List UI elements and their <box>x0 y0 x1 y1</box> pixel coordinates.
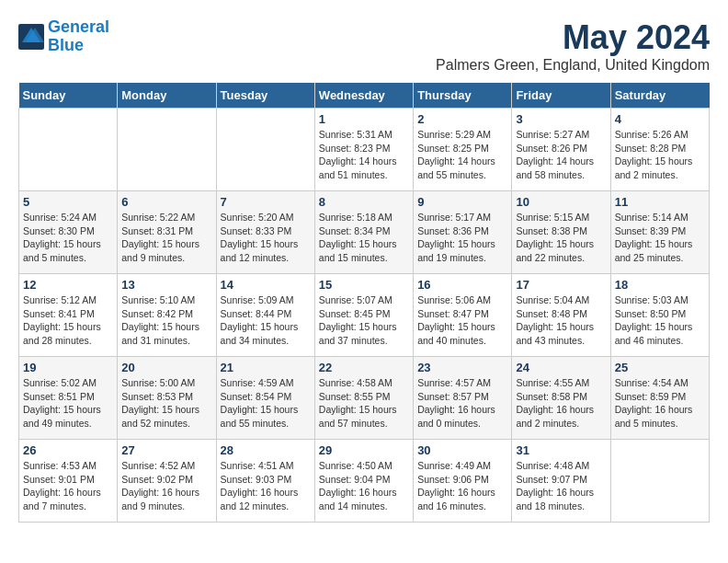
calendar-cell: 13Sunrise: 5:10 AM Sunset: 8:42 PM Dayli… <box>118 274 216 357</box>
day-info: Sunrise: 4:51 AM Sunset: 9:03 PM Dayligh… <box>221 459 311 513</box>
day-number: 29 <box>319 443 409 457</box>
day-header-tuesday: Tuesday <box>216 83 314 109</box>
day-number: 19 <box>23 361 113 374</box>
logo-line2: Blue <box>48 36 84 54</box>
day-number: 15 <box>319 278 409 292</box>
day-number: 11 <box>615 195 705 209</box>
calendar-cell: 7Sunrise: 5:20 AM Sunset: 8:33 PM Daylig… <box>216 191 314 274</box>
calendar-cell: 1Sunrise: 5:31 AM Sunset: 8:23 PM Daylig… <box>314 109 413 191</box>
week-row-2: 5Sunrise: 5:24 AM Sunset: 8:30 PM Daylig… <box>19 191 710 274</box>
logo-icon <box>18 24 44 50</box>
calendar-cell: 10Sunrise: 5:15 AM Sunset: 8:38 PM Dayli… <box>512 191 610 274</box>
day-info: Sunrise: 5:17 AM Sunset: 8:36 PM Dayligh… <box>417 211 507 265</box>
day-number: 13 <box>121 278 211 292</box>
day-header-friday: Friday <box>512 83 610 109</box>
day-info: Sunrise: 4:58 AM Sunset: 8:55 PM Dayligh… <box>319 376 409 431</box>
day-number: 7 <box>221 195 311 209</box>
day-info: Sunrise: 5:18 AM Sunset: 8:34 PM Dayligh… <box>319 211 409 265</box>
calendar-cell: 23Sunrise: 4:57 AM Sunset: 8:57 PM Dayli… <box>414 357 512 440</box>
title-area: May 2024 Palmers Green, England, United … <box>436 18 710 74</box>
location: Palmers Green, England, United Kingdom <box>436 57 710 74</box>
day-number: 12 <box>23 278 113 292</box>
week-row-5: 26Sunrise: 4:53 AM Sunset: 9:01 PM Dayli… <box>19 440 710 523</box>
logo-line1: General <box>48 17 109 36</box>
calendar-cell: 21Sunrise: 4:59 AM Sunset: 8:54 PM Dayli… <box>216 357 314 440</box>
day-info: Sunrise: 4:57 AM Sunset: 8:57 PM Dayligh… <box>417 376 507 431</box>
month-title: May 2024 <box>436 18 710 57</box>
day-info: Sunrise: 5:06 AM Sunset: 8:47 PM Dayligh… <box>417 293 507 348</box>
week-row-1: 1Sunrise: 5:31 AM Sunset: 8:23 PM Daylig… <box>19 109 710 191</box>
day-number: 2 <box>417 112 507 126</box>
calendar-cell: 12Sunrise: 5:12 AM Sunset: 8:41 PM Dayli… <box>19 274 118 357</box>
day-number: 1 <box>319 112 409 126</box>
day-number: 20 <box>121 361 211 374</box>
calendar-cell: 20Sunrise: 5:00 AM Sunset: 8:53 PM Dayli… <box>118 357 216 440</box>
day-header-wednesday: Wednesday <box>314 83 413 109</box>
calendar-cell: 30Sunrise: 4:49 AM Sunset: 9:06 PM Dayli… <box>414 440 512 523</box>
week-row-4: 19Sunrise: 5:02 AM Sunset: 8:51 PM Dayli… <box>19 357 710 440</box>
calendar-cell <box>610 440 709 523</box>
day-number: 27 <box>121 443 211 457</box>
day-info: Sunrise: 5:14 AM Sunset: 8:39 PM Dayligh… <box>615 211 705 265</box>
day-number: 23 <box>417 361 507 374</box>
calendar-cell: 6Sunrise: 5:22 AM Sunset: 8:31 PM Daylig… <box>118 191 216 274</box>
day-number: 9 <box>417 195 507 209</box>
day-number: 30 <box>417 443 507 457</box>
day-info: Sunrise: 5:02 AM Sunset: 8:51 PM Dayligh… <box>23 376 113 431</box>
day-info: Sunrise: 5:03 AM Sunset: 8:50 PM Dayligh… <box>615 293 705 348</box>
day-info: Sunrise: 5:09 AM Sunset: 8:44 PM Dayligh… <box>221 293 311 348</box>
calendar-cell: 31Sunrise: 4:48 AM Sunset: 9:07 PM Dayli… <box>512 440 610 523</box>
calendar-cell: 8Sunrise: 5:18 AM Sunset: 8:34 PM Daylig… <box>314 191 413 274</box>
logo: General Blue <box>18 18 109 55</box>
day-number: 18 <box>615 278 705 292</box>
logo-text: General Blue <box>48 18 109 55</box>
week-row-3: 12Sunrise: 5:12 AM Sunset: 8:41 PM Dayli… <box>19 274 710 357</box>
calendar-cell: 27Sunrise: 4:52 AM Sunset: 9:02 PM Dayli… <box>118 440 216 523</box>
day-number: 8 <box>319 195 409 209</box>
day-number: 24 <box>516 361 606 374</box>
calendar-cell: 14Sunrise: 5:09 AM Sunset: 8:44 PM Dayli… <box>216 274 314 357</box>
calendar-cell: 28Sunrise: 4:51 AM Sunset: 9:03 PM Dayli… <box>216 440 314 523</box>
day-number: 28 <box>221 443 311 457</box>
day-info: Sunrise: 5:07 AM Sunset: 8:45 PM Dayligh… <box>319 293 409 348</box>
calendar-cell: 19Sunrise: 5:02 AM Sunset: 8:51 PM Dayli… <box>19 357 118 440</box>
day-info: Sunrise: 4:59 AM Sunset: 8:54 PM Dayligh… <box>221 376 311 431</box>
day-number: 17 <box>516 278 606 292</box>
day-header-saturday: Saturday <box>610 83 709 109</box>
day-info: Sunrise: 5:04 AM Sunset: 8:48 PM Dayligh… <box>516 293 606 348</box>
calendar-cell <box>118 109 216 191</box>
calendar-cell: 24Sunrise: 4:55 AM Sunset: 8:58 PM Dayli… <box>512 357 610 440</box>
day-info: Sunrise: 4:50 AM Sunset: 9:04 PM Dayligh… <box>319 459 409 513</box>
day-number: 22 <box>319 361 409 374</box>
day-info: Sunrise: 5:31 AM Sunset: 8:23 PM Dayligh… <box>319 128 409 182</box>
calendar-cell: 3Sunrise: 5:27 AM Sunset: 8:26 PM Daylig… <box>512 109 610 191</box>
day-number: 16 <box>417 278 507 292</box>
calendar-table: SundayMondayTuesdayWednesdayThursdayFrid… <box>18 83 710 523</box>
day-info: Sunrise: 5:24 AM Sunset: 8:30 PM Dayligh… <box>23 211 113 265</box>
day-info: Sunrise: 4:48 AM Sunset: 9:07 PM Dayligh… <box>516 459 606 513</box>
calendar-cell: 26Sunrise: 4:53 AM Sunset: 9:01 PM Dayli… <box>19 440 118 523</box>
calendar-cell: 11Sunrise: 5:14 AM Sunset: 8:39 PM Dayli… <box>610 191 709 274</box>
day-number: 5 <box>23 195 113 209</box>
day-number: 4 <box>615 112 705 126</box>
day-info: Sunrise: 5:26 AM Sunset: 8:28 PM Dayligh… <box>615 128 705 182</box>
calendar-cell: 17Sunrise: 5:04 AM Sunset: 8:48 PM Dayli… <box>512 274 610 357</box>
calendar-cell: 2Sunrise: 5:29 AM Sunset: 8:25 PM Daylig… <box>414 109 512 191</box>
page-header: General Blue May 2024 Palmers Green, Eng… <box>18 18 710 74</box>
day-info: Sunrise: 4:49 AM Sunset: 9:06 PM Dayligh… <box>417 459 507 513</box>
day-number: 26 <box>23 443 113 457</box>
day-info: Sunrise: 5:29 AM Sunset: 8:25 PM Dayligh… <box>417 128 507 182</box>
day-number: 31 <box>516 443 606 457</box>
day-number: 14 <box>221 278 311 292</box>
day-info: Sunrise: 5:10 AM Sunset: 8:42 PM Dayligh… <box>121 293 211 348</box>
day-info: Sunrise: 5:15 AM Sunset: 8:38 PM Dayligh… <box>516 211 606 265</box>
calendar-cell: 9Sunrise: 5:17 AM Sunset: 8:36 PM Daylig… <box>414 191 512 274</box>
day-header-sunday: Sunday <box>19 83 118 109</box>
calendar-cell: 4Sunrise: 5:26 AM Sunset: 8:28 PM Daylig… <box>610 109 709 191</box>
calendar-cell: 18Sunrise: 5:03 AM Sunset: 8:50 PM Dayli… <box>610 274 709 357</box>
day-header-monday: Monday <box>118 83 216 109</box>
calendar-cell <box>19 109 118 191</box>
calendar-cell: 16Sunrise: 5:06 AM Sunset: 8:47 PM Dayli… <box>414 274 512 357</box>
day-info: Sunrise: 4:52 AM Sunset: 9:02 PM Dayligh… <box>121 459 211 513</box>
day-info: Sunrise: 5:20 AM Sunset: 8:33 PM Dayligh… <box>221 211 311 265</box>
